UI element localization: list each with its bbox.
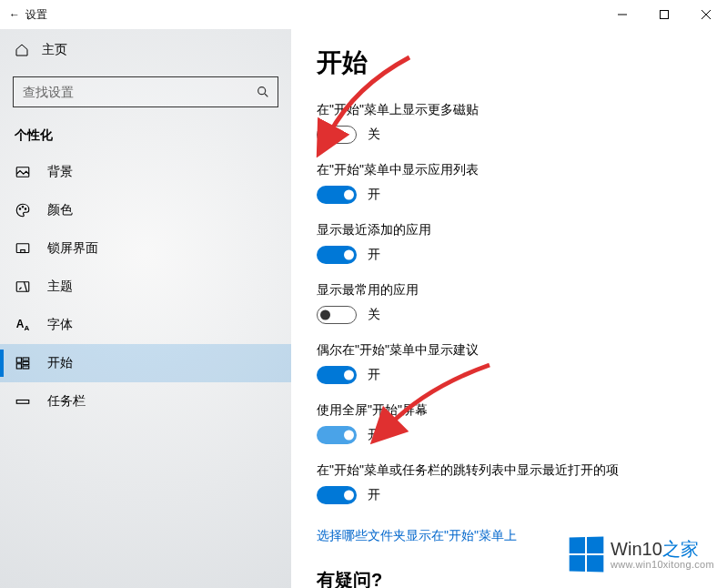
svg-rect-12	[16, 282, 29, 292]
toggle-state: 开	[368, 187, 380, 203]
sidebar-item-label: 锁屏界面	[47, 240, 98, 257]
toggle-state: 开	[368, 427, 380, 443]
minimize-button[interactable]	[601, 0, 643, 29]
toggle-jumplist-recent[interactable]	[317, 486, 357, 504]
toggle-app-list[interactable]	[317, 186, 357, 204]
sidebar-item-label: 字体	[47, 317, 73, 333]
home-nav[interactable]: 主页	[0, 35, 291, 66]
toggle-more-tiles[interactable]	[317, 126, 357, 144]
setting-label: 在"开始"菜单上显示更多磁贴	[317, 102, 702, 118]
svg-rect-18	[16, 400, 29, 404]
sidebar-item-colors[interactable]: 颜色	[0, 191, 291, 229]
section-title: 个性化	[0, 122, 291, 153]
folders-link[interactable]: 选择哪些文件夹显示在"开始"菜单上	[317, 528, 517, 544]
setting-more-tiles: 在"开始"菜单上显示更多磁贴 关	[317, 102, 702, 144]
setting-app-list: 在"开始"菜单中显示应用列表 开	[317, 162, 702, 204]
svg-point-4	[258, 87, 266, 95]
sidebar-item-taskbar[interactable]: 任务栏	[0, 382, 291, 421]
sidebar-item-label: 任务栏	[47, 393, 86, 410]
setting-suggestions: 偶尔在"开始"菜单中显示建议 开	[317, 342, 702, 384]
content-pane: 开始 在"开始"菜单上显示更多磁贴 关 在"开始"菜单中显示应用列表 开 显示最…	[291, 29, 727, 588]
nav-list: 背景 颜色 锁屏界面 主题 AA 字体	[0, 153, 291, 421]
toggle-state: 关	[368, 307, 380, 323]
toggle-state: 开	[368, 367, 380, 383]
setting-label: 使用全屏"开始"屏幕	[317, 402, 702, 419]
sidebar-item-fonts[interactable]: AA 字体	[0, 306, 291, 344]
svg-point-8	[22, 207, 24, 208]
titlebar: ← 设置	[0, 0, 727, 29]
setting-label: 显示最常用的应用	[317, 282, 702, 299]
home-label: 主页	[42, 42, 67, 58]
svg-rect-11	[21, 250, 25, 253]
lockscreen-icon	[15, 240, 31, 257]
toggle-state: 关	[368, 127, 380, 143]
sidebar-item-themes[interactable]: 主题	[0, 268, 291, 306]
sidebar-item-label: 主题	[47, 279, 73, 295]
setting-recently-added: 显示最近添加的应用 开	[317, 222, 702, 264]
svg-line-5	[265, 94, 268, 96]
svg-rect-15	[23, 362, 29, 365]
search-input[interactable]	[23, 85, 256, 99]
watermark-text-en: Win10	[611, 539, 662, 559]
watermark-url: www.win10xitong.com	[611, 560, 714, 570]
watermark: Win10之家 www.win10xitong.com	[569, 537, 714, 572]
sidebar: 主页 个性化 背景 颜色 锁屏界面	[0, 29, 291, 588]
sidebar-item-label: 颜色	[47, 202, 73, 218]
fonts-icon: AA	[15, 317, 31, 333]
search-box[interactable]	[13, 76, 278, 107]
svg-rect-14	[23, 358, 29, 360]
svg-point-7	[19, 208, 21, 210]
picture-icon	[15, 164, 31, 180]
toggle-recently-added[interactable]	[317, 246, 357, 264]
sidebar-item-start[interactable]: 开始	[0, 344, 291, 382]
toggle-state: 开	[368, 247, 380, 263]
svg-rect-16	[16, 364, 21, 369]
setting-fullscreen-start: 使用全屏"开始"屏幕 开	[317, 402, 702, 444]
setting-most-used: 显示最常用的应用 关	[317, 282, 702, 324]
back-icon: ←	[9, 8, 20, 21]
maximize-button[interactable]	[643, 0, 685, 29]
svg-point-9	[25, 208, 26, 210]
svg-rect-17	[23, 366, 29, 369]
search-icon	[256, 85, 270, 99]
setting-label: 在"开始"菜单中显示应用列表	[317, 162, 702, 178]
sidebar-item-background[interactable]: 背景	[0, 153, 291, 191]
start-icon	[15, 355, 31, 371]
sidebar-item-label: 背景	[47, 164, 73, 180]
svg-rect-10	[16, 244, 29, 253]
setting-label: 在"开始"菜单或任务栏的跳转列表中显示最近打开的项	[317, 462, 702, 479]
setting-label: 偶尔在"开始"菜单中显示建议	[317, 342, 702, 359]
window-title: 设置	[25, 7, 47, 23]
toggle-state: 开	[368, 487, 380, 503]
setting-label: 显示最近添加的应用	[317, 222, 702, 238]
setting-jumplist-recent: 在"开始"菜单或任务栏的跳转列表中显示最近打开的项 开	[317, 462, 702, 504]
sidebar-item-lockscreen[interactable]: 锁屏界面	[0, 229, 291, 268]
toggle-most-used[interactable]	[317, 306, 357, 324]
themes-icon	[15, 279, 31, 295]
close-button[interactable]	[685, 0, 727, 29]
toggle-fullscreen-start[interactable]	[317, 426, 357, 444]
palette-icon	[15, 202, 31, 218]
page-title: 开始	[317, 46, 702, 80]
windows-logo-icon	[570, 536, 604, 572]
taskbar-icon	[15, 393, 31, 410]
toggle-suggestions[interactable]	[317, 366, 357, 384]
svg-rect-13	[16, 358, 21, 362]
sidebar-item-label: 开始	[47, 355, 73, 371]
watermark-text-cn: 之家	[662, 539, 699, 559]
home-icon	[15, 43, 29, 57]
svg-rect-1	[661, 11, 669, 19]
